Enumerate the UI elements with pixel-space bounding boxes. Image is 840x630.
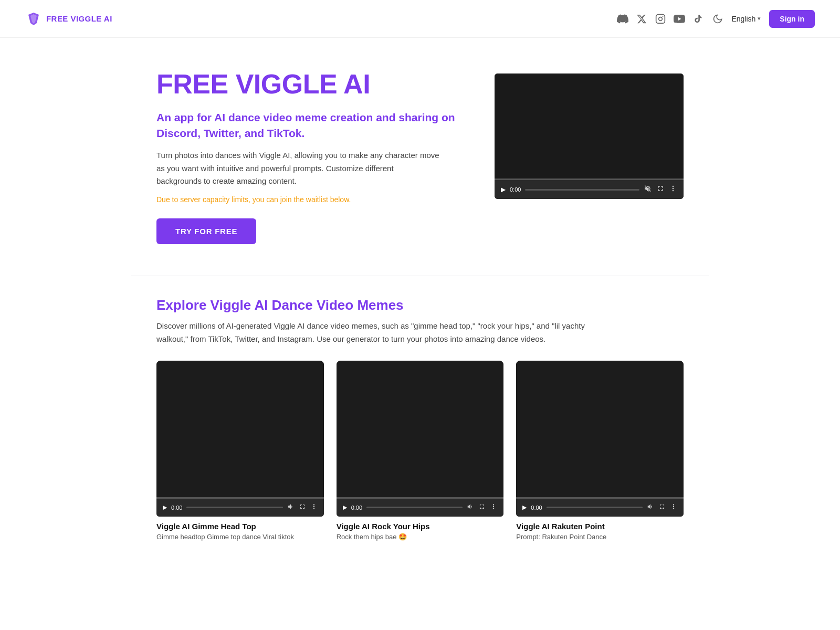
video-desc-3: Prompt: Rakuten Point Dance xyxy=(516,533,684,541)
volume-icon-3[interactable] xyxy=(647,503,654,512)
social-icons xyxy=(617,13,704,25)
fullscreen-icon-1[interactable] xyxy=(299,503,306,512)
video-title-1: Viggle AI Gimme Head Top xyxy=(156,522,324,531)
more-icon-2[interactable] xyxy=(490,503,497,512)
twitter-icon[interactable] xyxy=(636,13,647,25)
try-for-free-button[interactable]: TRY FOR FREE xyxy=(156,218,256,244)
progress-1[interactable] xyxy=(186,507,282,508)
play-icon-1[interactable]: ▶ xyxy=(163,504,167,511)
video-card-3: ▶ 0:00 Viggle AI Rakuten Point Prompt: R… xyxy=(516,361,684,541)
play-icon-3[interactable]: ▶ xyxy=(522,504,527,511)
hero-video-time: 0:00 xyxy=(510,186,521,193)
language-selector[interactable]: English ▾ xyxy=(731,15,761,23)
hero-subtitle: An app for AI dance video meme creation … xyxy=(156,110,463,141)
play-icon-2[interactable]: ▶ xyxy=(343,504,347,511)
video-title-3: Viggle AI Rakuten Point xyxy=(516,522,684,531)
svg-point-1 xyxy=(659,17,663,20)
hero-video-player[interactable]: ▶ 0:00 xyxy=(495,74,684,199)
video-title-2: Viggle AI Rock Your Hips xyxy=(337,522,504,531)
video-time-3: 0:00 xyxy=(531,505,542,511)
video-time-1: 0:00 xyxy=(171,505,182,511)
video-desc-2: Rock them hips bae 🤩 xyxy=(337,533,504,541)
logo-text: FREE VIGGLE AI xyxy=(46,14,112,23)
hero-description: Turn photos into dances with Viggle AI, … xyxy=(156,149,440,188)
hero-mute-icon[interactable] xyxy=(644,184,652,195)
hero-video-progress[interactable] xyxy=(525,189,639,191)
video-card-controls-2: ▶ 0:00 xyxy=(337,499,504,517)
video-card-player-3[interactable]: ▶ 0:00 xyxy=(516,361,684,517)
video-card-screen-2 xyxy=(337,361,504,497)
logo[interactable]: FREE VIGGLE AI xyxy=(25,10,112,27)
dark-mode-button[interactable] xyxy=(712,14,723,24)
video-card-player-2[interactable]: ▶ 0:00 xyxy=(337,361,504,517)
svg-rect-0 xyxy=(656,14,665,23)
hero-more-icon[interactable] xyxy=(669,184,677,195)
language-label: English xyxy=(731,15,755,23)
video-card-player-1[interactable]: ▶ 0:00 xyxy=(156,361,324,517)
progress-3[interactable] xyxy=(547,507,643,508)
more-icon-1[interactable] xyxy=(310,503,318,512)
fullscreen-icon-3[interactable] xyxy=(658,503,666,512)
hero-play-button[interactable]: ▶ xyxy=(501,186,506,193)
hero-section: FREE VIGGLE AI An app for AI dance video… xyxy=(131,38,709,265)
video-card-controls-1: ▶ 0:00 xyxy=(156,499,324,517)
hero-video: ▶ 0:00 xyxy=(495,74,684,199)
hero-title: FREE VIGGLE AI xyxy=(156,69,463,99)
volume-icon-1[interactable] xyxy=(287,503,295,512)
discord-icon[interactable] xyxy=(617,13,628,25)
sign-in-button[interactable]: Sign in xyxy=(769,10,815,28)
explore-description: Discover millions of AI-generated Viggle… xyxy=(156,320,608,346)
video-card-screen-3 xyxy=(516,361,684,497)
hero-content: FREE VIGGLE AI An app for AI dance video… xyxy=(156,69,463,244)
fullscreen-icon-2[interactable] xyxy=(478,503,486,512)
hero-video-screen xyxy=(495,74,684,178)
navbar: FREE VIGGLE AI xyxy=(0,0,840,38)
video-card-2: ▶ 0:00 Viggle AI Rock Your Hips Rock the… xyxy=(337,361,504,541)
volume-icon-2[interactable] xyxy=(467,503,474,512)
explore-title: Explore Viggle AI Dance Video Memes xyxy=(156,297,684,313)
video-card-1: ▶ 0:00 Viggle AI Gimme Head Top Gimme he… xyxy=(156,361,324,541)
explore-section: Explore Viggle AI Dance Video Memes Disc… xyxy=(131,287,709,572)
section-divider xyxy=(131,276,709,276)
more-icon-3[interactable] xyxy=(670,503,677,512)
tiktok-icon[interactable] xyxy=(692,13,704,25)
progress-2[interactable] xyxy=(366,507,463,508)
svg-point-2 xyxy=(663,16,664,17)
nav-right: English ▾ Sign in xyxy=(617,10,815,28)
video-grid: ▶ 0:00 Viggle AI Gimme Head Top Gimme he… xyxy=(156,361,684,541)
video-time-2: 0:00 xyxy=(351,505,362,511)
hero-fullscreen-icon[interactable] xyxy=(656,184,665,195)
video-card-screen-1 xyxy=(156,361,324,497)
video-desc-1: Gimme headtop Gimme top dance Viral tikt… xyxy=(156,533,324,541)
logo-icon xyxy=(25,10,42,27)
youtube-icon[interactable] xyxy=(674,13,685,25)
hero-video-controls: ▶ 0:00 xyxy=(495,180,684,199)
instagram-icon[interactable] xyxy=(655,13,666,25)
hero-waitlist-notice: Due to server capacity limits, you can j… xyxy=(156,195,463,204)
video-card-controls-3: ▶ 0:00 xyxy=(516,499,684,517)
chevron-down-icon: ▾ xyxy=(758,15,761,22)
